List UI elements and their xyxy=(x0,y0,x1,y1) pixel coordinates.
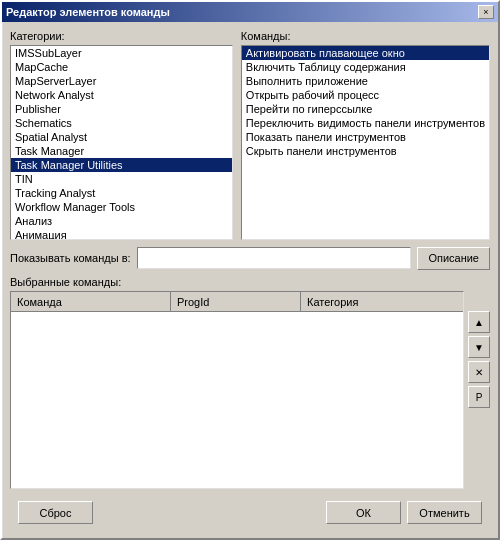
title-bar-controls: × xyxy=(478,5,494,19)
move-up-button[interactable]: ▲ xyxy=(468,311,490,333)
reset-button[interactable]: Сброс xyxy=(18,501,93,524)
move-down-button[interactable]: ▼ xyxy=(468,336,490,358)
category-item-tin[interactable]: TIN xyxy=(11,172,232,186)
category-item-animaciya[interactable]: Анимация xyxy=(11,228,232,240)
category-item-mapCache[interactable]: MapCache xyxy=(11,60,232,74)
properties-button[interactable]: P xyxy=(468,386,490,408)
table-header: Команда ProgId Категория xyxy=(11,292,463,312)
category-item-publisher[interactable]: Publisher xyxy=(11,102,232,116)
selected-commands-label: Выбранные команды: xyxy=(10,276,490,288)
description-button[interactable]: Описание xyxy=(417,247,490,270)
command-item-4[interactable]: Перейти по гиперссылке xyxy=(242,102,489,116)
category-item-workflowManagerTools[interactable]: Workflow Manager Tools xyxy=(11,200,232,214)
show-commands-row: Показывать команды в: Описание xyxy=(10,246,490,270)
show-commands-label: Показывать команды в: xyxy=(10,252,131,264)
table-body xyxy=(11,312,463,488)
window-title: Редактор элементов команды xyxy=(6,6,170,18)
category-item-spatialAnalyst[interactable]: Spatial Analyst xyxy=(11,130,232,144)
categories-panel: Категории: IMSSubLayerMapCacheMapServerL… xyxy=(10,30,233,240)
category-item-imssubLayer[interactable]: IMSSubLayer xyxy=(11,46,232,60)
selected-commands-container: Команда ProgId Категория ▲ ▼ ✕ xyxy=(10,291,490,489)
category-item-analiz[interactable]: Анализ xyxy=(11,214,232,228)
categories-listbox[interactable]: IMSSubLayerMapCacheMapServerLayerNetwork… xyxy=(10,45,233,240)
category-item-trackingAnalyst[interactable]: Tracking Analyst xyxy=(11,186,232,200)
remove-button[interactable]: ✕ xyxy=(468,361,490,383)
command-item-1[interactable]: Включить Таблицу содержания xyxy=(242,60,489,74)
col-category: Категория xyxy=(301,292,463,311)
command-item-6[interactable]: Показать панели инструментов xyxy=(242,130,489,144)
col-command: Команда xyxy=(11,292,171,311)
commands-listbox[interactable]: Активировать плавающее окноВключить Табл… xyxy=(241,45,490,240)
bottom-bar: Сброс ОК Отменить xyxy=(10,495,490,530)
command-item-0[interactable]: Активировать плавающее окно xyxy=(242,46,489,60)
cancel-button[interactable]: Отменить xyxy=(407,501,482,524)
close-button[interactable]: × xyxy=(478,5,494,19)
category-item-mapServerLayer[interactable]: MapServerLayer xyxy=(11,74,232,88)
title-bar: Редактор элементов команды × xyxy=(2,2,498,22)
col-progid: ProgId xyxy=(171,292,301,311)
command-item-3[interactable]: Открыть рабочий процесс xyxy=(242,88,489,102)
category-item-taskManager[interactable]: Task Manager xyxy=(11,144,232,158)
top-section: Категории: IMSSubLayerMapCacheMapServerL… xyxy=(10,30,490,240)
show-commands-input[interactable] xyxy=(137,247,412,269)
command-item-5[interactable]: Переключить видимость панели инструменто… xyxy=(242,116,489,130)
side-buttons: ▲ ▼ ✕ P xyxy=(468,291,490,489)
bottom-right-buttons: ОК Отменить xyxy=(326,501,482,524)
commands-panel: Команды: Активировать плавающее окноВклю… xyxy=(241,30,490,240)
category-item-schematics[interactable]: Schematics xyxy=(11,116,232,130)
selected-commands-table: Команда ProgId Категория xyxy=(10,291,464,489)
main-window: Редактор элементов команды × Категории: … xyxy=(0,0,500,540)
category-item-networkAnalyst[interactable]: Network Analyst xyxy=(11,88,232,102)
ok-button[interactable]: ОК xyxy=(326,501,401,524)
dialog-content: Категории: IMSSubLayerMapCacheMapServerL… xyxy=(2,22,498,538)
command-item-2[interactable]: Выполнить приложение xyxy=(242,74,489,88)
category-item-taskManagerUtils[interactable]: Task Manager Utilities xyxy=(11,158,232,172)
selected-commands-section: Выбранные команды: Команда ProgId Катего… xyxy=(10,276,490,489)
categories-label: Категории: xyxy=(10,30,233,42)
command-item-7[interactable]: Скрыть панели инструментов xyxy=(242,144,489,158)
commands-label: Команды: xyxy=(241,30,490,42)
